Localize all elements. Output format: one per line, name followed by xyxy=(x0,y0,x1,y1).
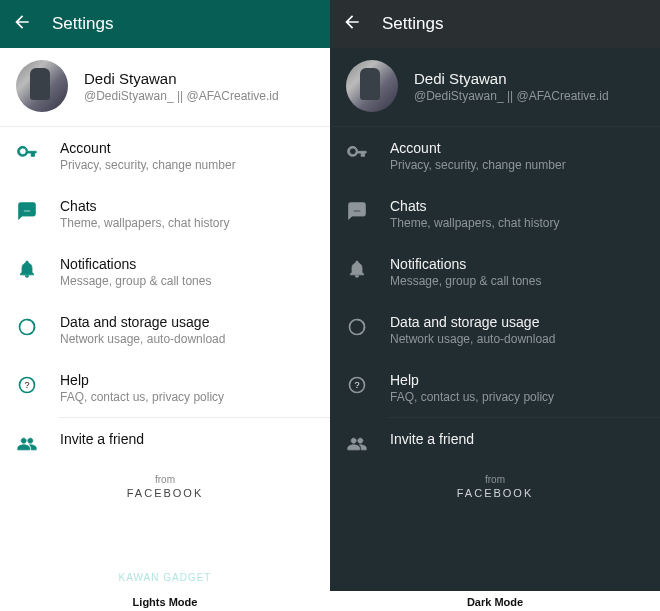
help-icon: ? xyxy=(346,374,368,396)
profile-status: @DediStyawan_ || @AFACreative.id xyxy=(84,89,279,103)
item-sub: Theme, wallpapers, chat history xyxy=(390,216,644,230)
key-icon xyxy=(346,142,368,164)
item-sub: Network usage, auto-download xyxy=(60,332,314,346)
settings-item-account[interactable]: Account Privacy, security, change number xyxy=(0,127,330,185)
bell-icon xyxy=(16,258,38,280)
app-header: Settings xyxy=(330,0,660,48)
item-title: Data and storage usage xyxy=(60,314,314,330)
item-title: Help xyxy=(60,372,314,388)
back-icon[interactable] xyxy=(12,12,32,36)
item-title: Account xyxy=(60,140,314,156)
data-icon xyxy=(16,316,38,338)
item-sub: Theme, wallpapers, chat history xyxy=(60,216,314,230)
settings-item-invite[interactable]: Invite a friend xyxy=(0,418,330,468)
settings-item-data[interactable]: Data and storage usage Network usage, au… xyxy=(330,301,660,359)
settings-item-help[interactable]: ? Help FAQ, contact us, privacy policy xyxy=(330,359,660,417)
back-icon[interactable] xyxy=(342,12,362,36)
item-sub: Privacy, security, change number xyxy=(390,158,644,172)
settings-item-chats[interactable]: Chats Theme, wallpapers, chat history xyxy=(330,185,660,243)
chat-icon xyxy=(346,200,368,222)
profile-name: Dedi Styawan xyxy=(84,70,279,87)
settings-pane-dark: Settings Dedi Styawan @DediStyawan_ || @… xyxy=(330,0,660,611)
key-icon xyxy=(16,142,38,164)
avatar xyxy=(346,60,398,112)
data-icon xyxy=(346,316,368,338)
header-title: Settings xyxy=(382,14,443,34)
settings-item-account[interactable]: Account Privacy, security, change number xyxy=(330,127,660,185)
item-title: Notifications xyxy=(60,256,314,272)
profile-row[interactable]: Dedi Styawan @DediStyawan_ || @AFACreati… xyxy=(0,48,330,126)
profile-row[interactable]: Dedi Styawan @DediStyawan_ || @AFACreati… xyxy=(330,48,660,126)
watermark: KAWAN GADGET xyxy=(119,572,212,583)
mode-label-light: Lights Mode xyxy=(0,591,330,611)
item-title: Help xyxy=(390,372,644,388)
footer-from: from xyxy=(0,474,330,485)
item-sub: FAQ, contact us, privacy policy xyxy=(60,390,314,404)
item-sub: FAQ, contact us, privacy policy xyxy=(390,390,644,404)
item-title: Invite a friend xyxy=(390,431,644,447)
settings-item-notifications[interactable]: Notifications Message, group & call tone… xyxy=(0,243,330,301)
footer-brand: FACEBOOK xyxy=(0,487,330,499)
settings-item-notifications[interactable]: Notifications Message, group & call tone… xyxy=(330,243,660,301)
settings-item-invite[interactable]: Invite a friend xyxy=(330,418,660,468)
settings-item-chats[interactable]: Chats Theme, wallpapers, chat history xyxy=(0,185,330,243)
chat-icon xyxy=(16,200,38,222)
footer-from: from xyxy=(330,474,660,485)
item-title: Chats xyxy=(60,198,314,214)
item-sub: Privacy, security, change number xyxy=(60,158,314,172)
header-title: Settings xyxy=(52,14,113,34)
mode-label-dark: Dark Mode xyxy=(330,591,660,611)
item-sub: Message, group & call tones xyxy=(390,274,644,288)
svg-text:?: ? xyxy=(354,380,359,390)
item-sub: Message, group & call tones xyxy=(60,274,314,288)
profile-name: Dedi Styawan xyxy=(414,70,609,87)
people-icon xyxy=(346,433,368,455)
item-title: Chats xyxy=(390,198,644,214)
item-title: Account xyxy=(390,140,644,156)
help-icon: ? xyxy=(16,374,38,396)
item-title: Notifications xyxy=(390,256,644,272)
item-sub: Network usage, auto-download xyxy=(390,332,644,346)
bell-icon xyxy=(346,258,368,280)
settings-pane-light: Settings Dedi Styawan @DediStyawan_ || @… xyxy=(0,0,330,611)
people-icon xyxy=(16,433,38,455)
svg-text:?: ? xyxy=(24,380,29,390)
item-title: Data and storage usage xyxy=(390,314,644,330)
item-title: Invite a friend xyxy=(60,431,314,447)
app-header: Settings xyxy=(0,0,330,48)
settings-item-data[interactable]: Data and storage usage Network usage, au… xyxy=(0,301,330,359)
footer-brand: FACEBOOK xyxy=(330,487,660,499)
avatar xyxy=(16,60,68,112)
settings-item-help[interactable]: ? Help FAQ, contact us, privacy policy xyxy=(0,359,330,417)
profile-status: @DediStyawan_ || @AFACreative.id xyxy=(414,89,609,103)
